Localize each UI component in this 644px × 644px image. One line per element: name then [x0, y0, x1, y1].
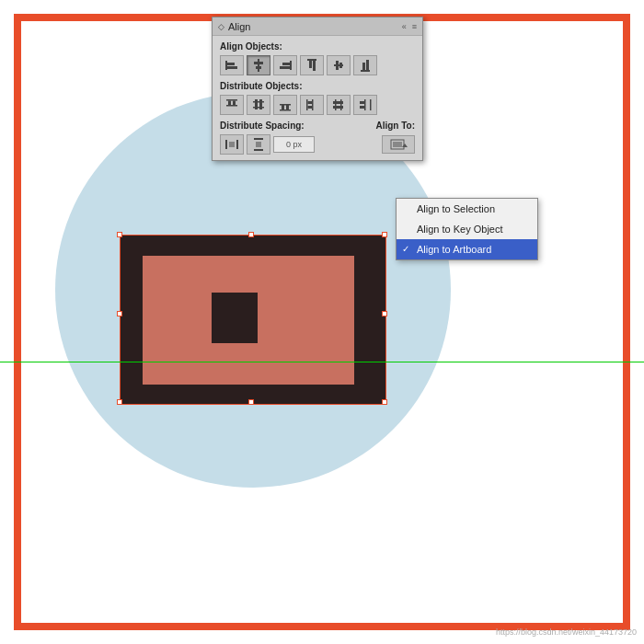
svg-rect-13	[336, 61, 339, 70]
svg-rect-31	[312, 99, 314, 110]
dist-hcenter-button[interactable]	[327, 95, 351, 115]
svg-rect-1	[227, 63, 235, 65]
svg-rect-36	[333, 101, 343, 104]
svg-rect-5	[256, 66, 261, 69]
svg-marker-50	[402, 144, 408, 147]
svg-rect-10	[309, 61, 312, 68]
distribute-objects-label: Distribute Objects:	[220, 81, 415, 91]
panel-title-text: Align	[228, 21, 250, 32]
svg-rect-45	[254, 138, 263, 140]
svg-rect-28	[282, 104, 284, 109]
svg-rect-20	[228, 101, 231, 106]
spacing-input[interactable]: 0 px	[273, 136, 315, 153]
dist-left-button[interactable]	[300, 95, 324, 115]
align-panel: ◇ Align « ≡ Align Objects:	[212, 17, 423, 161]
align-top-button[interactable]	[300, 55, 324, 75]
align-objects-label: Align Objects:	[220, 41, 415, 52]
align-to-dropdown[interactable]	[382, 135, 415, 154]
svg-rect-24	[255, 99, 258, 109]
align-objects-buttons	[220, 55, 415, 75]
svg-rect-23	[253, 107, 264, 109]
svg-rect-8	[280, 66, 290, 69]
align-to-dropdown-menu: Align to Selection Align to Key Object A…	[396, 198, 538, 260]
svg-rect-9	[307, 59, 316, 61]
svg-rect-43	[236, 140, 238, 149]
svg-rect-14	[339, 63, 342, 68]
dist-right-button[interactable]	[353, 95, 377, 115]
svg-rect-41	[360, 106, 364, 109]
svg-rect-49	[393, 142, 402, 147]
svg-rect-19	[226, 105, 237, 107]
dist-bottom-button[interactable]	[273, 95, 297, 115]
dist-space-v-button[interactable]	[247, 134, 270, 155]
svg-rect-17	[366, 60, 369, 70]
align-right-button[interactable]	[273, 55, 297, 75]
distribute-objects-buttons	[220, 95, 415, 115]
svg-rect-26	[280, 104, 291, 106]
align-to-selection-item[interactable]: Align to Selection	[397, 199, 537, 219]
align-to-artboard-item[interactable]: Align to Artboard	[397, 239, 537, 259]
svg-rect-46	[254, 149, 263, 151]
align-to-key-object-item[interactable]: Align to Key Object	[397, 219, 537, 239]
svg-rect-21	[233, 101, 236, 106]
dist-space-h-button[interactable]	[220, 134, 244, 155]
svg-rect-25	[259, 99, 262, 109]
svg-rect-37	[333, 106, 343, 109]
svg-rect-11	[313, 61, 316, 71]
spacing-align-controls: 0 px	[220, 134, 415, 155]
align-vcenter-button[interactable]	[327, 55, 351, 75]
panel-body: Align Objects:	[213, 36, 422, 160]
align-to-label: Align To:	[375, 121, 415, 131]
svg-rect-34	[335, 99, 337, 110]
svg-rect-0	[225, 61, 227, 70]
svg-rect-32	[308, 101, 313, 104]
svg-rect-44	[229, 142, 235, 147]
panel-title: ◇ Align	[218, 21, 250, 32]
panel-menu-button[interactable]: ≡	[412, 22, 417, 31]
svg-rect-22	[253, 101, 264, 103]
handle-middle-left	[117, 311, 122, 316]
svg-rect-4	[254, 62, 263, 64]
svg-rect-33	[308, 106, 313, 109]
svg-rect-47	[256, 142, 261, 147]
handle-top-right	[382, 232, 387, 237]
panel-titlebar: ◇ Align « ≡	[213, 17, 422, 36]
spacing-controls: 0 px	[220, 134, 315, 155]
align-hcenter-button[interactable]	[247, 55, 270, 75]
svg-rect-2	[227, 66, 237, 69]
small-rectangle	[212, 293, 258, 343]
svg-rect-3	[258, 59, 259, 72]
svg-rect-15	[361, 70, 370, 72]
align-bottom-button[interactable]	[353, 55, 377, 75]
svg-rect-38	[364, 99, 366, 110]
svg-rect-35	[340, 99, 342, 110]
svg-rect-7	[282, 63, 290, 65]
svg-rect-42	[225, 140, 227, 149]
svg-rect-6	[290, 61, 292, 70]
align-left-button[interactable]	[220, 55, 244, 75]
handle-bottom-left	[117, 399, 122, 405]
svg-rect-27	[280, 109, 291, 111]
handle-middle-right	[382, 311, 387, 316]
align-diamond-icon: ◇	[218, 22, 224, 31]
dist-vcenter-button[interactable]	[247, 95, 270, 115]
distribute-spacing-label: Distribute Spacing:	[220, 121, 305, 131]
panel-title-controls: « ≡	[402, 22, 417, 31]
watermark: https://blog.csdn.net/weixin_44173720	[496, 627, 637, 637]
svg-rect-39	[370, 99, 372, 110]
svg-rect-16	[362, 63, 365, 70]
handle-top-left	[117, 232, 122, 237]
green-guide-line	[0, 362, 644, 362]
svg-rect-30	[306, 99, 308, 110]
handle-top-middle	[248, 232, 254, 237]
svg-rect-29	[286, 104, 289, 109]
svg-rect-40	[360, 101, 364, 104]
svg-rect-18	[226, 99, 237, 101]
collapse-button[interactable]: «	[402, 22, 407, 31]
dist-top-button[interactable]	[220, 95, 244, 115]
bottom-row: Distribute Spacing: Align To:	[220, 121, 415, 131]
handle-bottom-middle	[248, 399, 254, 405]
handle-bottom-right	[382, 399, 387, 405]
